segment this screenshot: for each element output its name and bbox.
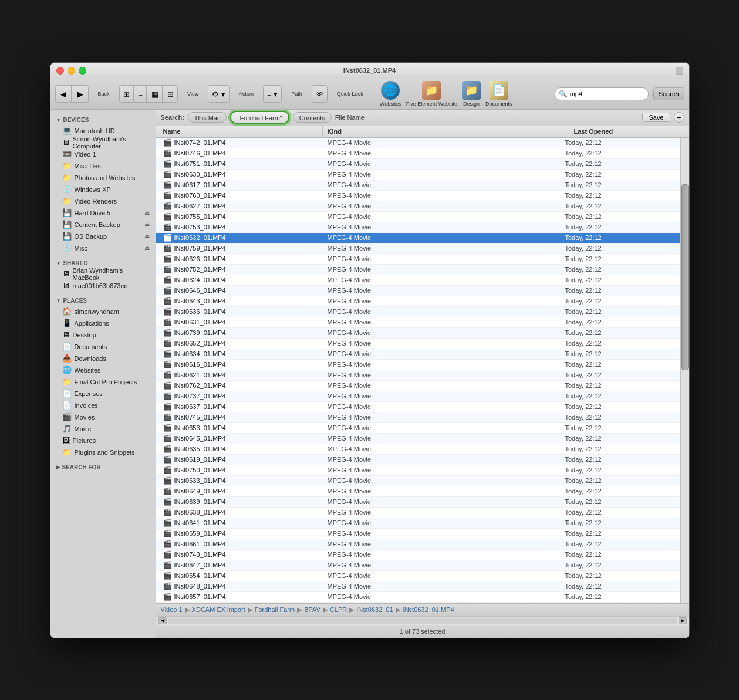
breadcrumb-item[interactable]: XDCAM EX import (192, 606, 245, 613)
sidebar-item-windows-xp[interactable]: 💿 Windows XP (50, 184, 156, 195)
hard-drive5-eject[interactable]: ⏏ (144, 209, 150, 216)
search-box[interactable]: 🔍 ✕ (555, 87, 649, 100)
kind-column-header[interactable]: Kind (323, 126, 569, 137)
sidebar-item-misc[interactable]: 💿 Misc ⏏ (50, 242, 156, 254)
file-row[interactable]: 🎬INst0647_01.MP4MPEG-4 MovieToday, 22:12 (156, 560, 680, 571)
cover-flow-btn[interactable]: ⊟ (164, 86, 177, 102)
close-button[interactable] (56, 67, 64, 75)
file-row[interactable]: 🎬INst0626_01.MP4MPEG-4 MovieToday, 22:12 (156, 254, 680, 265)
this-mac-btn[interactable]: This Mac (188, 112, 227, 123)
sidebar-item-hard-drive5[interactable]: 💾 Hard Drive 5 ⏏ (50, 207, 156, 219)
save-search-btn[interactable]: Save (642, 113, 670, 122)
file-row[interactable]: 🎬INst0637_01.MP4MPEG-4 MovieToday, 22:12 (156, 402, 680, 412)
sidebar-item-documents[interactable]: 📄 Documents (50, 341, 156, 353)
file-row[interactable]: 🎬INst0630_01.MP4MPEG-4 MovieToday, 22:12 (156, 170, 680, 180)
file-row[interactable]: 🎬INst0653_01.MP4MPEG-4 MovieToday, 22:12 (156, 423, 680, 434)
sidebar-item-invoices[interactable]: 📄 Invoices (50, 400, 156, 411)
content-backup-eject[interactable]: ⏏ (144, 221, 150, 228)
file-row[interactable]: 🎬INst0636_01.MP4MPEG-4 MovieToday, 22:12 (156, 307, 680, 317)
action-btn[interactable]: ⚙ ▾ (208, 86, 229, 102)
file-row[interactable]: 🎬INst0745_01.MP4MPEG-4 MovieToday, 22:12 (156, 412, 680, 423)
breadcrumb-item[interactable]: CLPR (330, 606, 347, 613)
sidebar-item-music[interactable]: 🎵 Music (50, 423, 156, 435)
file-row[interactable]: 🎬INst0649_01.MP4MPEG-4 MovieToday, 22:12 (156, 486, 680, 497)
sidebar-item-final-cut-pro[interactable]: 📁 Final Cut Pro Projects (50, 376, 156, 388)
file-row[interactable]: 🎬INst0624_01.MP4MPEG-4 MovieToday, 22:12 (156, 275, 680, 286)
maximize-button[interactable] (79, 67, 86, 75)
contents-btn[interactable]: Contents (293, 112, 332, 123)
sidebar-item-plugins[interactable]: 📁 Plugins and Snippets (50, 447, 156, 458)
sidebar-item-downloads[interactable]: 📥 Downloads (50, 353, 156, 364)
breadcrumb-item[interactable]: INst0632_01.MP4 (403, 606, 454, 613)
file-row[interactable]: 🎬INst0639_01.MP4MPEG-4 MovieToday, 22:12 (156, 497, 680, 508)
sidebar-item-movies[interactable]: 🎬 Movies (50, 411, 156, 423)
file-row[interactable]: 🎬INst0616_01.MP4MPEG-4 MovieToday, 22:12 (156, 360, 680, 370)
sidebar-item-pictures[interactable]: 🖼 Pictures (50, 435, 156, 447)
file-row[interactable]: 🎬INst0760_01.MP4MPEG-4 MovieToday, 22:12 (156, 191, 680, 201)
sidebar-item-simonwyndham[interactable]: 🏠 simonwyndham (50, 306, 156, 317)
places-triangle[interactable]: ▼ (56, 298, 61, 303)
file-row[interactable]: 🎬INst0631_01.MP4MPEG-4 MovieToday, 22:12 (156, 317, 680, 328)
breadcrumb-item[interactable]: Fordhall Farm (255, 606, 295, 613)
design-btn[interactable]: 📁 Design (462, 81, 481, 107)
scrollbar-thumb[interactable] (681, 184, 689, 370)
sidebar-item-misc-files[interactable]: 📁 Misc files (50, 160, 156, 172)
file-row[interactable]: 🎬INst0752_01.MP4MPEG-4 MovieToday, 22:12 (156, 265, 680, 275)
file-row[interactable]: 🎬INst0638_01.MP4MPEG-4 MovieToday, 22:12 (156, 508, 680, 518)
sidebar-item-mac001[interactable]: 🖥 mac001b63b673ec (50, 280, 156, 292)
sidebar-item-photos-websites[interactable]: 📁 Photos and Websites (50, 172, 156, 184)
search-button[interactable]: Search (653, 87, 684, 100)
sidebar-item-desktop[interactable]: 🖥 Desktop (50, 329, 156, 341)
file-row[interactable]: 🎬INst0646_01.MP4MPEG-4 MovieToday, 22:12 (156, 286, 680, 296)
sidebar-item-macintosh-hd[interactable]: 💻 Macintosh HD (50, 125, 156, 137)
fordhall-farm-btn[interactable]: "Fordhall Farm" (230, 111, 289, 124)
file-row[interactable]: 🎬INst0750_01.MP4MPEG-4 MovieToday, 22:12 (156, 465, 680, 476)
file-row[interactable]: 🎬INst0645_01.MP4MPEG-4 MovieToday, 22:12 (156, 434, 680, 444)
file-row[interactable]: 🎬INst0742_01.MP4MPEG-4 MovieToday, 22:12 (156, 138, 680, 148)
file-row[interactable]: 🎬INst0762_01.MP4MPEG-4 MovieToday, 22:12 (156, 381, 680, 391)
breadcrumb-item[interactable]: Video 1 (161, 606, 183, 613)
file-row[interactable]: 🎬INst0641_01.MP4MPEG-4 MovieToday, 22:12 (156, 518, 680, 529)
file-row[interactable]: 🎬INst0648_01.MP4MPEG-4 MovieToday, 22:12 (156, 581, 680, 592)
scrollbar[interactable] (680, 138, 689, 603)
scroll-right-btn[interactable]: ▶ (679, 617, 687, 624)
file-row[interactable]: 🎬INst0751_01.MP4MPEG-4 MovieToday, 22:12 (156, 159, 680, 170)
path-btn[interactable]: ≡ ▾ (264, 86, 281, 102)
file-row[interactable]: 🎬INst0746_01.MP4MPEG-4 MovieToday, 22:12 (156, 148, 680, 159)
file-row[interactable]: 🎬INst0661_01.MP4MPEG-4 MovieToday, 22:12 (156, 539, 680, 550)
file-row[interactable]: 🎬INst0619_01.MP4MPEG-4 MovieToday, 22:12 (156, 455, 680, 465)
file-row[interactable]: 🎬INst0743_01.MP4MPEG-4 MovieToday, 22:12 (156, 550, 680, 560)
file-row[interactable]: 🎬INst0755_01.MP4MPEG-4 MovieToday, 22:12 (156, 212, 680, 222)
file-row[interactable]: 🎬INst0617_01.MP4MPEG-4 MovieToday, 22:12 (156, 180, 680, 191)
file-row[interactable]: 🎬INst0632_01.MP4MPEG-4 MovieToday, 22:12 (156, 233, 680, 244)
quicklook-btn[interactable]: 👁 (312, 86, 327, 102)
fullscreen-button[interactable] (676, 67, 683, 75)
search-input[interactable] (570, 90, 651, 97)
sidebar-item-video1[interactable]: 📼 Video 1 (50, 148, 156, 160)
documents-btn[interactable]: 📄 Documents (485, 81, 512, 107)
search-triangle[interactable]: ▶ (56, 465, 60, 470)
shared-triangle[interactable]: ▼ (56, 261, 61, 266)
file-row[interactable]: 🎬INst0739_01.MP4MPEG-4 MovieToday, 22:12 (156, 328, 680, 339)
sidebar-item-applications[interactable]: 📱 Applications (50, 317, 156, 329)
sidebar-item-brian-macbook[interactable]: 🖥 Brian Wyndham's MacBook (50, 268, 156, 280)
column-view-btn[interactable]: ▦ (148, 86, 163, 102)
list-view-btn[interactable]: ≡ (135, 86, 147, 102)
minimize-button[interactable] (68, 67, 75, 75)
misc-eject[interactable]: ⏏ (144, 245, 150, 251)
horizontal-scrollbar[interactable]: ◀ ▶ (156, 616, 689, 625)
file-row[interactable]: 🎬INst0652_01.MP4MPEG-4 MovieToday, 22:12 (156, 339, 680, 349)
file-row[interactable]: 🎬INst0643_01.MP4MPEG-4 MovieToday, 22:12 (156, 296, 680, 307)
breadcrumb-item[interactable]: INst0632_01 (356, 606, 393, 613)
file-row[interactable]: 🎬INst0633_01.MP4MPEG-4 MovieToday, 22:12 (156, 476, 680, 486)
add-search-btn[interactable]: + (674, 112, 684, 123)
sidebar-item-os-backup[interactable]: 💾 OS Backup ⏏ (50, 231, 156, 242)
icon-view-btn[interactable]: ⊞ (120, 86, 134, 102)
file-row[interactable]: 🎬INst0753_01.MP4MPEG-4 MovieToday, 22:12 (156, 222, 680, 233)
sidebar-item-video-renders[interactable]: 📁 Video Renders (50, 195, 156, 207)
file-row[interactable]: 🎬INst0634_01.MP4MPEG-4 MovieToday, 22:12 (156, 349, 680, 360)
forward-button[interactable]: ▶ (73, 86, 88, 102)
sidebar-item-content-backup[interactable]: 💾 Content Backup ⏏ (50, 219, 156, 231)
file-row[interactable]: 🎬INst0654_01.MP4MPEG-4 MovieToday, 22:12 (156, 571, 680, 581)
devices-triangle[interactable]: ▼ (56, 117, 61, 123)
